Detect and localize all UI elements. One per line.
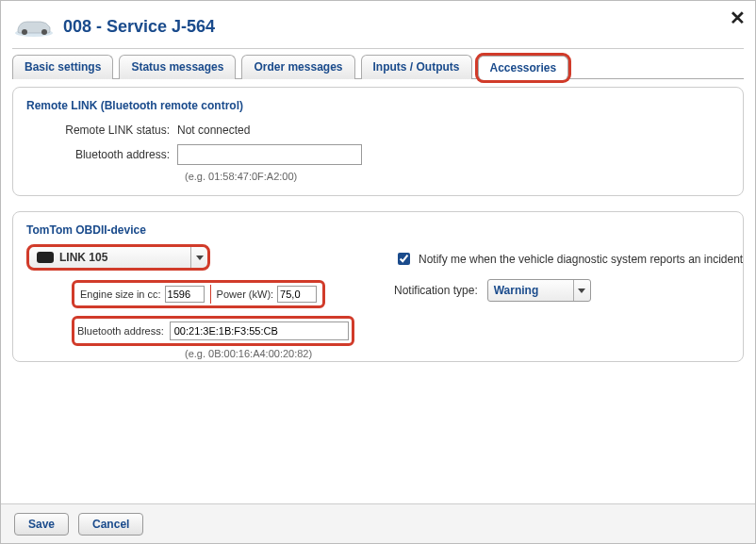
power-label: Power (kW): — [217, 288, 278, 300]
engine-size-input[interactable] — [165, 286, 205, 303]
tab-status-messages[interactable]: Status messages — [119, 55, 236, 79]
remote-link-bt-hint: (e.g. 01:58:47:0F:A2:00) — [185, 169, 730, 182]
panel-obd: TomTom OBDII-device LINK 105 Engine size… — [12, 211, 744, 362]
obd-bt-group: Bluetooth address: — [72, 316, 354, 346]
obd-device-dropdown[interactable]: LINK 105 — [26, 244, 210, 271]
cancel-button[interactable]: Cancel — [78, 513, 143, 536]
vehicle-icon — [12, 12, 63, 41]
page-title: 008 - Service J-564 — [63, 17, 215, 37]
tab-accessories[interactable]: Accessories — [478, 56, 569, 80]
tab-order-messages[interactable]: Order messages — [241, 55, 354, 79]
notify-checkbox[interactable] — [398, 253, 410, 265]
power-input[interactable] — [277, 286, 317, 303]
obd-device-value: LINK 105 — [59, 251, 107, 264]
remote-link-title: Remote LINK (Bluetooth remote control) — [26, 99, 730, 112]
obd-bt-input[interactable] — [170, 321, 349, 340]
chevron-down-icon — [190, 247, 207, 268]
remote-link-bt-input[interactable] — [177, 144, 362, 165]
panel-remote-link: Remote LINK (Bluetooth remote control) R… — [12, 87, 744, 196]
obd-bt-hint: (e.g. 0B:00:16:A4:00:20:82) — [185, 346, 366, 359]
divider — [12, 48, 744, 49]
chevron-down-icon — [573, 280, 590, 301]
obd-bt-label: Bluetooth address: — [77, 325, 170, 337]
engine-size-label: Engine size in cc: — [80, 288, 165, 300]
obd-specs-group: Engine size in cc: Power (kW): — [72, 280, 325, 308]
svg-point-1 — [22, 29, 27, 35]
notify-label: Notify me when the vehicle diagnostic sy… — [419, 253, 743, 266]
save-button[interactable]: Save — [14, 513, 69, 536]
tab-basic-settings[interactable]: Basic settings — [12, 55, 113, 79]
notification-type-dropdown[interactable]: Warning — [487, 279, 591, 302]
remote-link-status-label: Remote LINK status: — [26, 124, 177, 137]
notification-type-value: Warning — [494, 284, 539, 297]
close-icon[interactable]: ✕ — [730, 7, 746, 29]
remote-link-bt-label: Bluetooth address: — [26, 148, 177, 161]
obd-title: TomTom OBDII-device — [26, 223, 730, 237]
remote-link-status-value: Not connected — [177, 124, 250, 137]
tab-inputs-outputs[interactable]: Inputs / Outputs — [361, 55, 472, 79]
svg-point-2 — [41, 29, 47, 35]
notification-type-label: Notification type: — [394, 284, 478, 297]
obd-device-icon — [37, 252, 54, 263]
